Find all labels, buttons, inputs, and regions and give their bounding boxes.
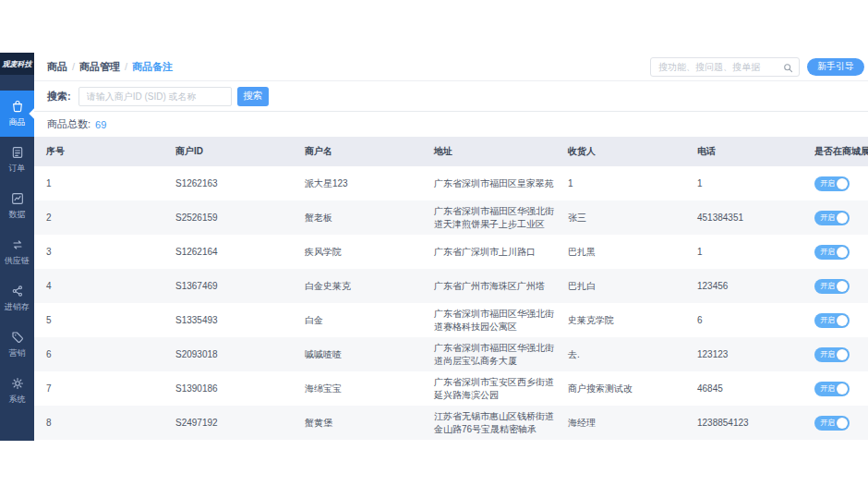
table-row: 6 S2093018 嘁嘁喳喳 广东省深圳市福田区华强北街道尚层宝弘商务大厦 去… — [34, 337, 868, 371]
table-row: 4 S1367469 白金史莱克 广东省广州市海珠区广州塔 巴扎白 123456… — [34, 269, 868, 303]
sidebar-item-label: 营销 — [8, 347, 25, 358]
sidebar-item-label: 进销存 — [5, 301, 30, 312]
table-row: 1 S1262163 派大星123 广东省深圳市福田区皇家翠苑 1 1 开启 — [34, 166, 868, 200]
cell-name: 疾风学院 — [293, 246, 422, 259]
toggle-knob — [837, 315, 848, 326]
global-search-input[interactable] — [650, 57, 800, 77]
store-display-toggle[interactable]: 开启 — [814, 245, 850, 260]
cell-index: 3 — [34, 246, 163, 259]
sidebar-item-data[interactable]: 数据 — [0, 183, 34, 229]
sidebar-item-label: 供应链 — [5, 255, 30, 266]
sidebar-item-goods[interactable]: 商品 — [0, 91, 34, 137]
sidebar-item-label: 系统 — [8, 394, 25, 405]
table-row: 5 S1335493 白金 广东省深圳市福田区华强北街道赛格科技园公寓区 史莱克… — [34, 303, 868, 337]
col-header-index: 序号 — [34, 145, 163, 158]
cell-address: 广东省深圳市宝安区西乡街道延兴路海滨公园 — [422, 376, 556, 401]
breadcrumb-goods-remark[interactable]: 商品备注 — [132, 60, 173, 74]
breadcrumb-separator: / — [125, 61, 127, 72]
toggle-label: 开启 — [815, 178, 836, 188]
cell-receiver: 史莱克学院 — [556, 314, 685, 327]
cell-name: 蟹黄堡 — [293, 417, 422, 430]
goods-bag-icon — [10, 99, 25, 114]
cell-receiver: 去. — [556, 348, 685, 361]
merchant-search-input[interactable] — [78, 87, 232, 106]
global-search — [650, 57, 800, 77]
cell-name: 派大星123 — [293, 177, 422, 190]
app-logo: 观麦科技 — [0, 53, 34, 75]
cell-phone: 1238854123 — [685, 417, 814, 430]
store-display-toggle[interactable]: 开启 — [814, 382, 850, 396]
cell-name: 嘁嘁喳喳 — [293, 348, 422, 361]
cell-address: 广东省深圳市福田区华强北街道尚层宝弘商务大厦 — [422, 342, 556, 367]
newbie-guide-button[interactable]: 新手引导 — [807, 58, 864, 76]
store-display-toggle[interactable]: 开启 — [814, 211, 850, 225]
cell-address: 广东省广深圳市上川路口 — [422, 246, 556, 259]
sidebar-item-supply-chain[interactable]: 供应链 — [0, 229, 34, 275]
table-header-row: 序号 商户ID 商户名 地址 收货人 电话 是否在商城展示 — [34, 137, 868, 166]
sidebar-item-system[interactable]: 系统 — [0, 368, 34, 414]
table-row: 3 S1262164 疾风学院 广东省广深圳市上川路口 巴扎黑 1 开启 — [34, 235, 868, 269]
cell-address: 广东省深圳市福田区皇家翠苑 — [422, 177, 556, 190]
sidebar-item-marketing[interactable]: 营销 — [0, 322, 34, 368]
cell-receiver: 巴扎黑 — [556, 246, 685, 259]
col-header-phone: 电话 — [685, 145, 814, 158]
goods-total-summary: 商品总数: 69 — [34, 112, 868, 137]
cell-name: 白金史莱克 — [293, 280, 422, 293]
breadcrumb-separator: / — [72, 61, 75, 72]
store-display-toggle[interactable]: 开启 — [814, 347, 850, 362]
col-header-address: 地址 — [422, 145, 556, 158]
cell-receiver: 海经理 — [556, 417, 685, 430]
cell-phone: 1 — [685, 177, 814, 190]
cell-index: 8 — [34, 417, 163, 430]
toggle-knob — [837, 178, 848, 189]
toggle-label: 开启 — [815, 281, 836, 291]
toggle-label: 开启 — [815, 383, 836, 394]
cell-address: 江苏省无锡市惠山区钱桥街道金山路76号宝晟精密轴承 — [422, 410, 556, 435]
toggle-label: 开启 — [815, 418, 836, 428]
toggle-knob — [837, 349, 848, 360]
merchant-table: 序号 商户ID 商户名 地址 收货人 电话 是否在商城展示 1 S1262163… — [34, 137, 868, 440]
breadcrumb-goods-management[interactable]: 商品管理 — [79, 60, 120, 74]
merchant-search-bar: 搜索: 搜索 — [34, 81, 868, 112]
sidebar-item-label: 数据 — [8, 209, 25, 220]
cell-index: 2 — [34, 212, 163, 225]
search-button[interactable]: 搜索 — [237, 87, 269, 106]
store-display-toggle[interactable]: 开启 — [814, 279, 850, 294]
breadcrumb-goods[interactable]: 商品 — [47, 60, 67, 74]
toggle-label: 开启 — [815, 213, 836, 223]
system-gear-icon — [10, 376, 25, 391]
cell-sid: S2526159 — [163, 212, 293, 225]
toggle-label: 开启 — [815, 315, 836, 325]
store-display-toggle[interactable]: 开启 — [814, 313, 850, 328]
inventory-icon — [10, 284, 25, 298]
cell-name: 海绵宝宝 — [293, 383, 422, 395]
cell-sid: S1335493 — [163, 314, 293, 327]
sidebar-item-inventory[interactable]: 进销存 — [0, 275, 34, 322]
cell-sid: S1262164 — [163, 246, 293, 259]
cell-address: 广东省深圳市福田区华强北街道天津煎饼果子上步工业区 — [422, 205, 556, 230]
main-content: 商品 / 商品管理 / 商品备注 新手引导 搜索: 搜索 商品总数: 6 — [34, 53, 868, 440]
goods-total-count: 69 — [95, 119, 106, 130]
cell-index: 6 — [34, 348, 163, 361]
cell-phone: 451384351 — [685, 212, 814, 225]
cell-name: 白金 — [293, 314, 422, 327]
sidebar-item-orders[interactable]: 订单 — [0, 137, 34, 183]
data-chart-icon — [10, 191, 25, 206]
sidebar-item-label: 商品 — [8, 116, 25, 128]
table-row: 2 S2526159 蟹老板 广东省深圳市福田区华强北街道天津煎饼果子上步工业区… — [34, 200, 868, 235]
cell-address: 广东省深圳市福田区华强北街道赛格科技园公寓区 — [422, 308, 556, 333]
cell-receiver: 巴扎白 — [556, 280, 685, 293]
table-row: 7 S1390186 海绵宝宝 广东省深圳市宝安区西乡街道延兴路海滨公园 商户搜… — [34, 371, 868, 406]
col-header-name: 商户名 — [293, 145, 422, 158]
search-label: 搜索: — [47, 90, 71, 103]
cell-phone: 46845 — [685, 383, 814, 395]
store-display-toggle[interactable]: 开启 — [814, 416, 850, 431]
toggle-knob — [837, 281, 848, 292]
cell-receiver: 张三 — [556, 212, 685, 225]
cell-phone: 6 — [685, 314, 814, 327]
app-window: 观麦科技 商品 订单 数据 — [0, 0, 868, 498]
col-header-sid: 商户ID — [163, 145, 293, 158]
store-display-toggle[interactable]: 开启 — [814, 176, 850, 191]
toggle-knob — [837, 383, 848, 395]
toggle-knob — [837, 213, 848, 224]
